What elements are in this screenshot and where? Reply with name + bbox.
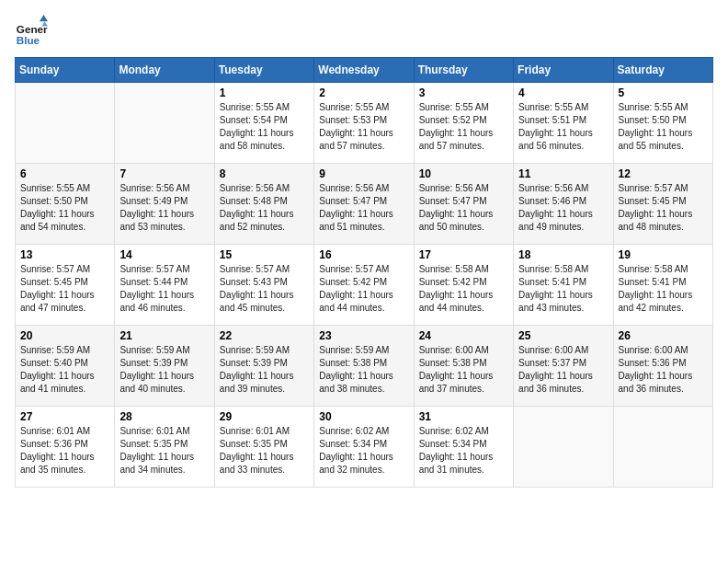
day-number: 9 bbox=[319, 167, 408, 180]
day-info: Sunrise: 5:58 AMSunset: 5:41 PMDaylight:… bbox=[619, 263, 708, 315]
day-number: 3 bbox=[419, 86, 508, 99]
calendar-table: SundayMondayTuesdayWednesdayThursdayFrid… bbox=[15, 57, 713, 488]
day-info: Sunrise: 5:56 AMSunset: 5:47 PMDaylight:… bbox=[319, 182, 408, 234]
logo: General Blue bbox=[15, 15, 48, 48]
calendar-cell: 1Sunrise: 5:55 AMSunset: 5:54 PMDaylight… bbox=[214, 83, 313, 164]
calendar-cell: 23Sunrise: 5:59 AMSunset: 5:38 PMDayligh… bbox=[314, 326, 414, 407]
calendar-cell bbox=[514, 407, 613, 488]
calendar-cell: 12Sunrise: 5:57 AMSunset: 5:45 PMDayligh… bbox=[613, 164, 712, 245]
calendar-week-1: 1Sunrise: 5:55 AMSunset: 5:54 PMDaylight… bbox=[16, 83, 713, 164]
day-number: 14 bbox=[119, 248, 209, 261]
day-info: Sunrise: 5:55 AMSunset: 5:52 PMDaylight:… bbox=[419, 101, 508, 153]
calendar-cell: 8Sunrise: 5:56 AMSunset: 5:48 PMDaylight… bbox=[214, 164, 313, 245]
day-number: 6 bbox=[20, 167, 109, 180]
day-number: 16 bbox=[319, 248, 408, 261]
day-number: 1 bbox=[220, 86, 309, 99]
day-number: 27 bbox=[20, 410, 109, 423]
day-number: 12 bbox=[619, 167, 708, 180]
calendar-cell: 11Sunrise: 5:56 AMSunset: 5:46 PMDayligh… bbox=[514, 164, 613, 245]
day-number: 15 bbox=[220, 248, 309, 261]
day-info: Sunrise: 5:56 AMSunset: 5:48 PMDaylight:… bbox=[220, 182, 309, 234]
calendar-cell: 16Sunrise: 5:57 AMSunset: 5:42 PMDayligh… bbox=[314, 245, 414, 326]
svg-text:Blue: Blue bbox=[17, 34, 40, 46]
calendar-cell bbox=[613, 407, 712, 488]
calendar-cell: 20Sunrise: 5:59 AMSunset: 5:40 PMDayligh… bbox=[16, 326, 115, 407]
day-info: Sunrise: 5:56 AMSunset: 5:49 PMDaylight:… bbox=[119, 182, 209, 234]
day-number: 30 bbox=[319, 410, 408, 423]
weekday-header-tuesday: Tuesday bbox=[214, 58, 313, 83]
calendar-cell: 14Sunrise: 5:57 AMSunset: 5:44 PMDayligh… bbox=[115, 245, 214, 326]
day-number: 19 bbox=[619, 248, 708, 261]
calendar-week-5: 27Sunrise: 6:01 AMSunset: 5:36 PMDayligh… bbox=[16, 407, 713, 488]
day-info: Sunrise: 6:00 AMSunset: 5:37 PMDaylight:… bbox=[518, 344, 608, 396]
weekday-header-thursday: Thursday bbox=[414, 58, 513, 83]
calendar-cell: 26Sunrise: 6:00 AMSunset: 5:36 PMDayligh… bbox=[613, 326, 712, 407]
day-number: 8 bbox=[220, 167, 309, 180]
calendar-cell: 4Sunrise: 5:55 AMSunset: 5:51 PMDaylight… bbox=[514, 83, 613, 164]
weekday-header-friday: Friday bbox=[514, 58, 613, 83]
day-number: 13 bbox=[20, 248, 109, 261]
day-number: 20 bbox=[20, 329, 109, 342]
calendar-cell: 28Sunrise: 6:01 AMSunset: 5:35 PMDayligh… bbox=[115, 407, 214, 488]
day-info: Sunrise: 5:57 AMSunset: 5:45 PMDaylight:… bbox=[619, 182, 708, 234]
day-number: 29 bbox=[220, 410, 309, 423]
calendar-cell bbox=[16, 83, 115, 164]
day-number: 17 bbox=[419, 248, 508, 261]
day-info: Sunrise: 5:56 AMSunset: 5:46 PMDaylight:… bbox=[518, 182, 608, 234]
calendar-cell: 13Sunrise: 5:57 AMSunset: 5:45 PMDayligh… bbox=[16, 245, 115, 326]
day-info: Sunrise: 5:55 AMSunset: 5:50 PMDaylight:… bbox=[20, 182, 109, 234]
day-info: Sunrise: 5:58 AMSunset: 5:41 PMDaylight:… bbox=[518, 263, 608, 315]
calendar-cell: 31Sunrise: 6:02 AMSunset: 5:34 PMDayligh… bbox=[414, 407, 513, 488]
day-info: Sunrise: 6:01 AMSunset: 5:36 PMDaylight:… bbox=[20, 425, 109, 477]
day-info: Sunrise: 5:55 AMSunset: 5:51 PMDaylight:… bbox=[518, 101, 608, 153]
calendar-cell: 22Sunrise: 5:59 AMSunset: 5:39 PMDayligh… bbox=[214, 326, 313, 407]
day-number: 18 bbox=[518, 248, 608, 261]
day-info: Sunrise: 5:59 AMSunset: 5:40 PMDaylight:… bbox=[20, 344, 109, 396]
calendar-cell: 24Sunrise: 6:00 AMSunset: 5:38 PMDayligh… bbox=[414, 326, 513, 407]
calendar-week-3: 13Sunrise: 5:57 AMSunset: 5:45 PMDayligh… bbox=[16, 245, 713, 326]
calendar-cell: 17Sunrise: 5:58 AMSunset: 5:42 PMDayligh… bbox=[414, 245, 513, 326]
calendar-week-2: 6Sunrise: 5:55 AMSunset: 5:50 PMDaylight… bbox=[16, 164, 713, 245]
calendar-cell: 7Sunrise: 5:56 AMSunset: 5:49 PMDaylight… bbox=[115, 164, 214, 245]
day-info: Sunrise: 6:02 AMSunset: 5:34 PMDaylight:… bbox=[319, 425, 408, 477]
calendar-cell: 6Sunrise: 5:55 AMSunset: 5:50 PMDaylight… bbox=[16, 164, 115, 245]
svg-marker-2 bbox=[40, 15, 48, 21]
calendar-cell: 2Sunrise: 5:55 AMSunset: 5:53 PMDaylight… bbox=[314, 83, 414, 164]
day-info: Sunrise: 6:00 AMSunset: 5:38 PMDaylight:… bbox=[419, 344, 508, 396]
day-number: 2 bbox=[319, 86, 408, 99]
day-number: 23 bbox=[319, 329, 408, 342]
day-info: Sunrise: 6:02 AMSunset: 5:34 PMDaylight:… bbox=[419, 425, 508, 477]
calendar-cell: 27Sunrise: 6:01 AMSunset: 5:36 PMDayligh… bbox=[16, 407, 115, 488]
day-info: Sunrise: 6:01 AMSunset: 5:35 PMDaylight:… bbox=[220, 425, 309, 477]
weekday-header-sunday: Sunday bbox=[16, 58, 115, 83]
weekday-header-monday: Monday bbox=[115, 58, 214, 83]
day-number: 4 bbox=[518, 86, 608, 99]
day-number: 7 bbox=[119, 167, 209, 180]
day-number: 5 bbox=[619, 86, 708, 99]
calendar-cell: 29Sunrise: 6:01 AMSunset: 5:35 PMDayligh… bbox=[214, 407, 313, 488]
day-number: 31 bbox=[419, 410, 508, 423]
calendar-cell: 30Sunrise: 6:02 AMSunset: 5:34 PMDayligh… bbox=[314, 407, 414, 488]
weekday-header-wednesday: Wednesday bbox=[314, 58, 414, 83]
calendar-cell: 9Sunrise: 5:56 AMSunset: 5:47 PMDaylight… bbox=[314, 164, 414, 245]
day-info: Sunrise: 5:59 AMSunset: 5:38 PMDaylight:… bbox=[319, 344, 408, 396]
calendar-week-4: 20Sunrise: 5:59 AMSunset: 5:40 PMDayligh… bbox=[16, 326, 713, 407]
calendar-cell: 3Sunrise: 5:55 AMSunset: 5:52 PMDaylight… bbox=[414, 83, 513, 164]
weekday-header-row: SundayMondayTuesdayWednesdayThursdayFrid… bbox=[16, 58, 713, 83]
day-number: 10 bbox=[419, 167, 508, 180]
calendar-cell: 10Sunrise: 5:56 AMSunset: 5:47 PMDayligh… bbox=[414, 164, 513, 245]
calendar-cell: 15Sunrise: 5:57 AMSunset: 5:43 PMDayligh… bbox=[214, 245, 313, 326]
day-info: Sunrise: 6:01 AMSunset: 5:35 PMDaylight:… bbox=[119, 425, 209, 477]
calendar-cell: 25Sunrise: 6:00 AMSunset: 5:37 PMDayligh… bbox=[514, 326, 613, 407]
calendar-cell: 18Sunrise: 5:58 AMSunset: 5:41 PMDayligh… bbox=[514, 245, 613, 326]
day-info: Sunrise: 5:55 AMSunset: 5:54 PMDaylight:… bbox=[220, 101, 309, 153]
day-number: 26 bbox=[619, 329, 708, 342]
day-info: Sunrise: 5:57 AMSunset: 5:43 PMDaylight:… bbox=[220, 263, 309, 315]
logo-icon: General Blue bbox=[15, 15, 48, 48]
day-info: Sunrise: 5:59 AMSunset: 5:39 PMDaylight:… bbox=[220, 344, 309, 396]
calendar-cell: 21Sunrise: 5:59 AMSunset: 5:39 PMDayligh… bbox=[115, 326, 214, 407]
day-info: Sunrise: 6:00 AMSunset: 5:36 PMDaylight:… bbox=[619, 344, 708, 396]
day-number: 25 bbox=[518, 329, 608, 342]
day-info: Sunrise: 5:55 AMSunset: 5:50 PMDaylight:… bbox=[619, 101, 708, 153]
calendar-cell: 19Sunrise: 5:58 AMSunset: 5:41 PMDayligh… bbox=[613, 245, 712, 326]
